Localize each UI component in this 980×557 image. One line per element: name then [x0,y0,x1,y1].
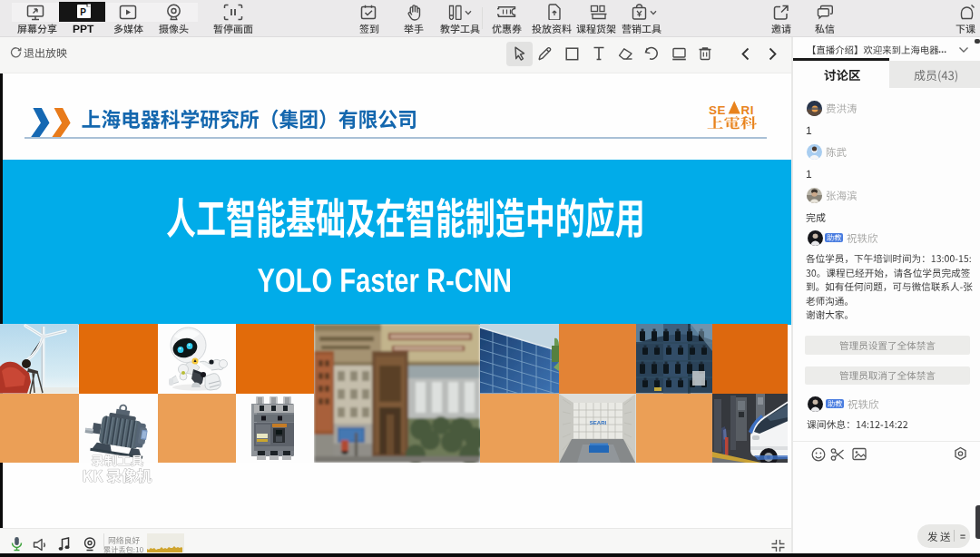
svg-text:P: P [80,7,86,17]
svg-text:RI: RI [741,103,755,117]
svg-text:SEARI: SEARI [590,420,607,425]
svg-text:SE: SE [709,103,726,117]
